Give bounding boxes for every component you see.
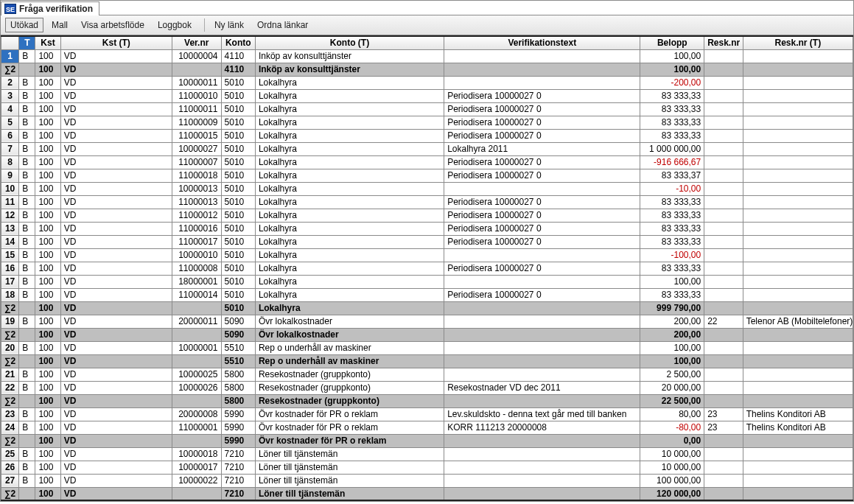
- cell-kst[interactable]: 100: [35, 315, 60, 328]
- cell-belopp[interactable]: 83 333,33: [640, 262, 704, 275]
- cell-kst[interactable]: 100: [35, 474, 60, 487]
- table-row[interactable]: 13B100VD110000165010LokalhyraPeriodisera…: [1, 222, 853, 235]
- cell-kontot[interactable]: Lokalhyra: [255, 76, 444, 89]
- cell-resk[interactable]: [704, 89, 743, 102]
- cell-konto[interactable]: 5010: [221, 262, 255, 275]
- summary-row[interactable]: ∑2100VD5010Lokalhyra999 790,00: [1, 301, 853, 315]
- cell-resk[interactable]: [704, 248, 743, 262]
- cell-kontot[interactable]: Resekostnader (gruppkonto): [255, 381, 444, 394]
- cell-resk[interactable]: [704, 102, 743, 116]
- cell-vtext[interactable]: Periodisera 10000027 0: [444, 89, 640, 102]
- cell-kontot[interactable]: Lokalhyra: [255, 262, 444, 275]
- toolbar-ordna-lankar[interactable]: Ordna länkar: [252, 18, 313, 32]
- cell-kstt[interactable]: VD: [60, 447, 172, 461]
- cell-resk[interactable]: 23: [704, 421, 743, 434]
- cell-resk[interactable]: [704, 262, 743, 275]
- cell-belopp[interactable]: 83 333,33: [640, 288, 704, 301]
- cell-konto[interactable]: 5010: [221, 275, 255, 288]
- cell-belopp[interactable]: 100 000,00: [640, 474, 704, 487]
- cell-kontot[interactable]: Löner till tjänstemän: [255, 474, 444, 487]
- cell-kstt[interactable]: VD: [60, 76, 172, 89]
- table-row[interactable]: 2B100VD100000115010Lokalhyra-200,00: [1, 76, 853, 89]
- cell-reskt[interactable]: Thelins Konditori AB: [743, 407, 853, 421]
- col-konto[interactable]: Konto: [221, 36, 255, 49]
- table-row[interactable]: 12B100VD110000125010LokalhyraPeriodisera…: [1, 209, 853, 222]
- cell-reskt[interactable]: Telenor AB (Mobiltelefoner): [743, 315, 853, 328]
- cell-vtext[interactable]: Lev.skuldskto - denna text går med till …: [444, 407, 640, 421]
- row-index[interactable]: 24: [1, 421, 19, 434]
- toolbar-utokad[interactable]: Utökad: [5, 18, 43, 32]
- cell-resk[interactable]: [704, 381, 743, 394]
- cell-reskt[interactable]: [743, 102, 853, 116]
- cell-t[interactable]: B: [19, 235, 35, 248]
- cell-konto[interactable]: 5010: [221, 209, 255, 222]
- cell-konto[interactable]: 5990: [221, 421, 255, 434]
- cell-kontot[interactable]: Lokalhyra: [255, 129, 444, 142]
- cell-belopp[interactable]: 83 333,33: [640, 102, 704, 116]
- cell-vtext[interactable]: Periodisera 10000027 0: [444, 288, 640, 301]
- col-kst[interactable]: Kst: [35, 36, 60, 49]
- cell-resk[interactable]: 22: [704, 315, 743, 328]
- cell-konto[interactable]: 5010: [221, 89, 255, 102]
- cell-reskt[interactable]: [743, 142, 853, 155]
- cell-kstt[interactable]: VD: [60, 461, 172, 474]
- cell-konto[interactable]: 5510: [221, 341, 255, 354]
- row-index[interactable]: 6: [1, 129, 19, 142]
- cell-kontot[interactable]: Lokalhyra: [255, 116, 444, 129]
- cell-kstt[interactable]: VD: [60, 235, 172, 248]
- row-index[interactable]: 22: [1, 381, 19, 394]
- cell-t[interactable]: B: [19, 169, 35, 182]
- table-row[interactable]: 1B100VD100000044110Inköp av konsulttjäns…: [1, 49, 853, 63]
- table-row[interactable]: 3B100VD110000105010LokalhyraPeriodisera …: [1, 89, 853, 102]
- toolbar-mall[interactable]: Mall: [46, 18, 73, 32]
- cell-ver[interactable]: 11000014: [172, 288, 221, 301]
- col-rowselect[interactable]: [1, 36, 19, 49]
- cell-t[interactable]: B: [19, 102, 35, 116]
- cell-vtext[interactable]: [444, 447, 640, 461]
- cell-kstt[interactable]: VD: [60, 182, 172, 195]
- cell-kstt[interactable]: VD: [60, 116, 172, 129]
- cell-konto[interactable]: 5010: [221, 235, 255, 248]
- cell-t[interactable]: B: [19, 89, 35, 102]
- cell-ver[interactable]: 10000011: [172, 76, 221, 89]
- row-index[interactable]: 11: [1, 195, 19, 209]
- row-index[interactable]: 23: [1, 407, 19, 421]
- cell-vtext[interactable]: [444, 461, 640, 474]
- cell-kstt[interactable]: VD: [60, 222, 172, 235]
- cell-konto[interactable]: 4110: [221, 49, 255, 63]
- cell-t[interactable]: B: [19, 447, 35, 461]
- cell-t[interactable]: B: [19, 341, 35, 354]
- cell-resk[interactable]: [704, 116, 743, 129]
- cell-resk[interactable]: [704, 368, 743, 381]
- toolbar-loggbok[interactable]: Loggbok: [153, 18, 197, 32]
- col-t[interactable]: T: [19, 36, 35, 49]
- cell-vtext[interactable]: Periodisera 10000027 0: [444, 102, 640, 116]
- cell-ver[interactable]: 10000001: [172, 341, 221, 354]
- row-index[interactable]: 13: [1, 222, 19, 235]
- cell-kst[interactable]: 100: [35, 368, 60, 381]
- cell-belopp[interactable]: -100,00: [640, 248, 704, 262]
- cell-resk[interactable]: [704, 142, 743, 155]
- cell-ver[interactable]: 10000004: [172, 49, 221, 63]
- cell-t[interactable]: B: [19, 315, 35, 328]
- cell-konto[interactable]: 5010: [221, 76, 255, 89]
- col-ver[interactable]: Ver.nr: [172, 36, 221, 49]
- cell-kontot[interactable]: Övr kostnader för PR o reklam: [255, 421, 444, 434]
- table-row[interactable]: 16B100VD110000085010LokalhyraPeriodisera…: [1, 262, 853, 275]
- cell-belopp[interactable]: -80,00: [640, 421, 704, 434]
- table-row[interactable]: 25B100VD100000187210Löner till tjänstemä…: [1, 447, 853, 461]
- row-index[interactable]: 7: [1, 142, 19, 155]
- cell-t[interactable]: B: [19, 407, 35, 421]
- row-index[interactable]: 4: [1, 102, 19, 116]
- cell-t[interactable]: B: [19, 129, 35, 142]
- cell-belopp[interactable]: 10 000,00: [640, 447, 704, 461]
- summary-row[interactable]: ∑2100VD5090Övr lokalkostnader200,00: [1, 328, 853, 341]
- cell-kstt[interactable]: VD: [60, 155, 172, 169]
- cell-vtext[interactable]: Periodisera 10000027 0: [444, 195, 640, 209]
- cell-resk[interactable]: [704, 182, 743, 195]
- col-resk[interactable]: Resk.nr: [704, 36, 743, 49]
- cell-kstt[interactable]: VD: [60, 209, 172, 222]
- cell-vtext[interactable]: [444, 49, 640, 63]
- row-index[interactable]: 8: [1, 155, 19, 169]
- cell-kstt[interactable]: VD: [60, 49, 172, 63]
